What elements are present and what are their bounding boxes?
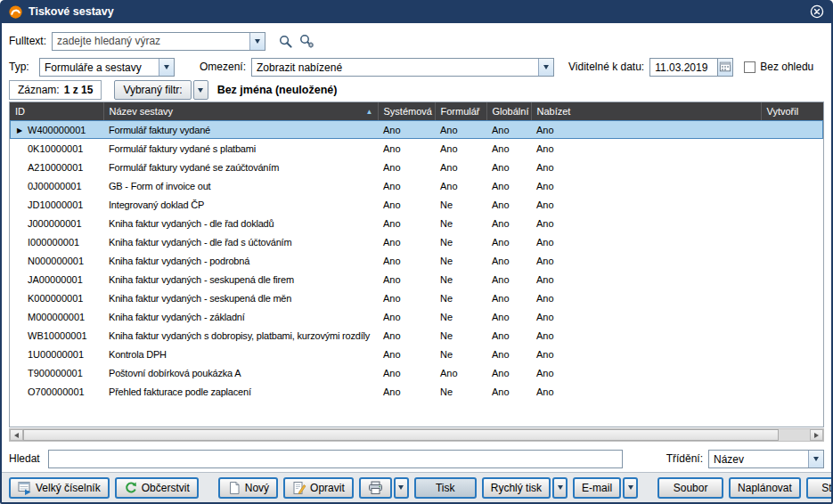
cell-id: ▶W400000001 <box>10 120 103 139</box>
toolbar-button-rychly-tisk[interactable]: Rychlý tisk <box>482 477 551 499</box>
toolbar-button-soubor[interactable]: Soubor <box>657 477 723 499</box>
cell-id: JD10000001 <box>10 195 103 214</box>
column-header-nazev[interactable]: Název sestavy▲ <box>103 102 378 120</box>
cell-form: Ne <box>435 214 486 232</box>
cell-id: 0J00000001 <box>10 176 103 195</box>
scroll-left-button[interactable] <box>10 429 23 441</box>
type-dropdown-button[interactable] <box>159 59 174 76</box>
column-header-id[interactable]: ID <box>10 102 103 120</box>
table-row[interactable]: WB10000001Kniha faktur vydaných s dobrop… <box>10 326 823 345</box>
type-select[interactable]: Formuláře a sestavy <box>39 58 175 77</box>
toolbar-dropdown-tisk-nastaveni[interactable] <box>394 477 409 499</box>
window-title: Tiskové sestavy <box>29 5 114 18</box>
arrow-right-icon <box>814 433 819 438</box>
scrollbar-thumb[interactable] <box>23 429 779 441</box>
restriction-dropdown-button[interactable] <box>538 59 553 76</box>
sort-select[interactable]: Název <box>708 450 824 468</box>
toolbar-button-opravit[interactable]: Opravit <box>283 477 354 499</box>
hledat-input[interactable] <box>48 450 623 468</box>
app-logo-icon <box>9 5 22 19</box>
fulltext-settings-button[interactable] <box>298 33 315 49</box>
cell-created <box>761 232 823 251</box>
table-row[interactable]: I000000001Kniha faktur vydaných - dle řa… <box>10 232 823 251</box>
restriction-select[interactable]: Zobrazit nabízené <box>251 58 554 77</box>
column-header-nabizet[interactable]: Nabízet <box>531 102 761 120</box>
bez-ohledu-checkbox[interactable] <box>744 61 755 73</box>
cell-system: Ano <box>378 363 435 382</box>
toolbar-button-email[interactable]: E-mail <box>573 477 621 499</box>
toolbar-dropdown-rychly-tisk[interactable] <box>552 477 568 499</box>
cell-global: Ano <box>486 120 531 139</box>
app-window: Tiskové sestavy Fulltext: Typ: Formuláře… <box>0 0 833 504</box>
table-row[interactable]: N000000001Kniha faktur vydaných - podrob… <box>10 251 823 270</box>
cell-system: Ano <box>378 251 435 270</box>
chevron-down-icon <box>543 65 549 69</box>
table-row[interactable]: O700000001Přehled fakturace podle zaplac… <box>10 382 823 401</box>
cell-name: Kniha faktur vydaných - seskupená dle mě… <box>103 289 378 307</box>
toolbar-button-label: Storno <box>821 482 831 494</box>
report-table-body: ▶W400000001Formulář faktury vydanéAnoAno… <box>10 120 823 401</box>
search-button[interactable] <box>278 34 293 49</box>
table-row[interactable]: 1U00000001Kontrola DPHAnoNeAnoAno <box>10 345 823 363</box>
fulltext-dropdown-button[interactable] <box>249 33 265 50</box>
calendar-button[interactable] <box>717 58 733 77</box>
column-header-globalni[interactable]: Globální <box>486 102 531 120</box>
cell-form: Ano <box>435 120 486 139</box>
cell-created <box>761 158 823 176</box>
cell-global: Ano <box>486 307 531 326</box>
toolbar-button-naplanovat[interactable]: Naplánovat <box>729 477 801 499</box>
table-row[interactable]: T900000001Poštovní dobírková poukázka AA… <box>10 363 823 382</box>
cell-system: Ano <box>378 120 435 139</box>
cell-name: Kniha faktur vydaných s dobropisy, platb… <box>103 326 378 345</box>
horizontal-scrollbar <box>9 428 824 442</box>
cell-name: Kniha faktur vydaných - podrobná <box>103 251 378 270</box>
scroll-right-button[interactable] <box>810 429 823 441</box>
cell-system: Ano <box>378 289 435 307</box>
toolbar-button-storno[interactable]: Storno <box>806 477 831 499</box>
column-header-systemova[interactable]: Systémová <box>378 102 435 120</box>
table-row[interactable]: 0J00000001GB - Form of invoice outAnoAno… <box>10 176 823 195</box>
cell-offer: Ano <box>531 326 761 345</box>
toolbar-button-novy[interactable]: Nový <box>218 477 278 499</box>
toolbar-group-naplanovat: Naplánovat <box>729 477 801 499</box>
toolbar-button-tisk[interactable]: Tisk <box>414 477 477 499</box>
table-row[interactable]: M000000001Kniha faktur vydaných - základ… <box>10 307 823 326</box>
table-row[interactable]: 0K10000001Formulář faktury vydané s plat… <box>10 139 823 158</box>
cell-system: Ano <box>378 307 435 326</box>
cell-form: Ano <box>435 363 486 382</box>
toolbar-button-velky-ciselnik[interactable]: Velký číselník <box>9 477 110 499</box>
chevron-down-icon <box>398 485 404 490</box>
toolbar-dropdown-email[interactable] <box>623 477 638 499</box>
cell-name: Poštovní dobírková poukázka A <box>103 363 378 382</box>
sort-dropdown-button[interactable] <box>808 451 823 467</box>
toolbar-button-tisk-nastaveni[interactable] <box>359 477 392 499</box>
scrollbar-track[interactable] <box>23 429 810 441</box>
calendar-icon <box>719 61 731 73</box>
cell-id: I000000001 <box>10 232 103 251</box>
chevron-down-icon <box>558 485 563 490</box>
table-row[interactable]: JA00000001Kniha faktur vydaných - seskup… <box>10 270 823 289</box>
chevron-down-icon <box>255 39 260 44</box>
toolbar-button-label: E-mail <box>582 482 612 494</box>
cell-system: Ano <box>378 214 435 232</box>
table-row[interactable]: K000000001Kniha faktur vydaných - seskup… <box>10 289 823 307</box>
table-header: ID Název sestavy▲ Systémová Formulář Glo… <box>10 102 823 120</box>
filter-dropdown-button[interactable] <box>193 80 208 100</box>
column-header-formular[interactable]: Formulář <box>435 102 486 120</box>
cell-created <box>761 382 823 401</box>
column-header-vytvoril[interactable]: Vytvořil <box>761 102 823 120</box>
close-button[interactable] <box>810 4 824 19</box>
visible-date-field[interactable]: 11.03.2019 <box>649 58 717 77</box>
selected-filter-button[interactable]: Vybraný filtr: <box>114 80 191 100</box>
table-row[interactable]: J000000001Kniha faktur vydaných - dle řa… <box>10 214 823 232</box>
table-row[interactable]: ▶W400000001Formulář faktury vydanéAnoAno… <box>10 120 823 139</box>
cell-created <box>761 195 823 214</box>
fulltext-input[interactable] <box>53 33 249 50</box>
cell-name: Kontrola DPH <box>103 345 378 363</box>
toolbar-group-storno: Storno <box>806 477 831 499</box>
toolbar-group-velky-ciselnik: Velký číselník <box>9 477 110 499</box>
toolbar-button-obcerstvit[interactable]: Občerstvit <box>115 477 199 499</box>
table-row[interactable]: JD10000001Integrovaný doklad ČPAnoNeAnoA… <box>10 195 823 214</box>
cell-offer: Ano <box>531 139 761 158</box>
table-row[interactable]: A210000001Formulář faktury vydané se zaú… <box>10 158 823 176</box>
